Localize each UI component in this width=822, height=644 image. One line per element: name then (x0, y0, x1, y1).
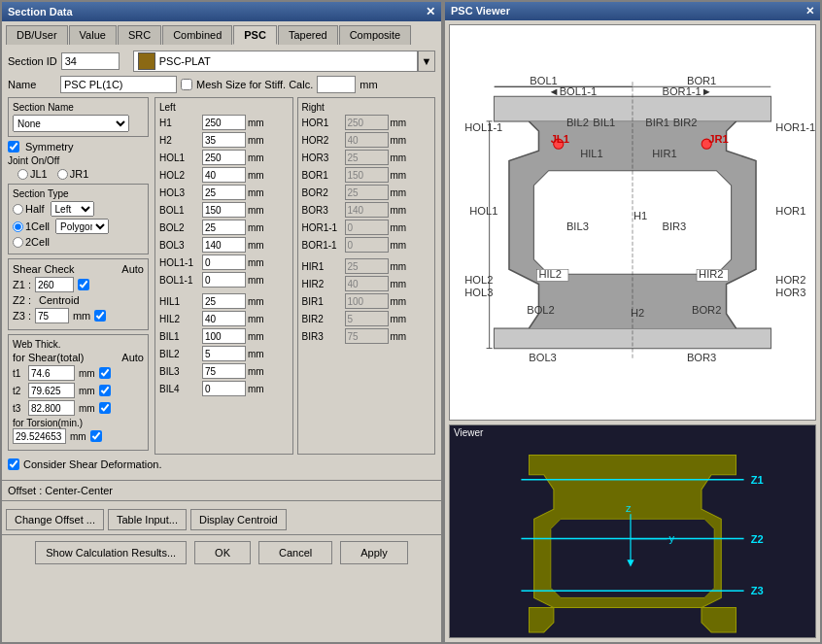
tab-composite[interactable]: Composite (339, 25, 412, 45)
svg-text:H1: H1 (634, 210, 647, 221)
symmetry-checkbox[interactable] (8, 141, 19, 153)
bil4-input[interactable] (202, 381, 246, 396)
half-label: Half (25, 203, 45, 215)
svg-text:BOL2: BOL2 (527, 304, 555, 316)
svg-text:BOL3: BOL3 (529, 352, 557, 363)
right-panel-titlebar: PSC Viewer ✕ (445, 2, 820, 20)
ok-button[interactable]: OK (194, 541, 251, 564)
z3-checkbox[interactable] (94, 310, 106, 322)
hil2-input[interactable] (202, 311, 246, 326)
hol1-1-input[interactable] (202, 254, 246, 270)
mesh-size-input[interactable] (317, 76, 356, 93)
psc-type-dropdown[interactable]: PSC-PLAT (133, 51, 418, 72)
t3-checkbox[interactable] (99, 402, 111, 414)
right-panel-title: PSC Viewer (451, 5, 510, 17)
t4-input[interactable] (13, 428, 66, 444)
t1-checkbox[interactable] (99, 367, 111, 379)
viewer-3d: Viewer Z1 Z2 Z3 (449, 424, 816, 638)
z3-input[interactable] (35, 308, 69, 323)
consider-shear-label: Consider Shear Deformation. (23, 458, 161, 470)
table-input-button[interactable]: Table Input... (108, 509, 187, 530)
section-name-select[interactable]: None (13, 115, 129, 132)
bor3-input (345, 202, 389, 218)
left-panel-close[interactable]: ✕ (426, 5, 435, 18)
svg-text:HOL1: HOL1 (469, 205, 497, 217)
t2-checkbox[interactable] (99, 385, 111, 396)
z1-input[interactable] (35, 277, 74, 292)
section-id-input[interactable] (61, 52, 120, 70)
svg-text:HIR2: HIR2 (699, 268, 723, 280)
svg-text:HIL1: HIL1 (580, 148, 603, 159)
jr1-radio[interactable] (57, 169, 68, 180)
psc-dropdown-arrow[interactable]: ▼ (418, 51, 435, 72)
t3-input[interactable] (28, 400, 75, 416)
twocell-radio[interactable] (13, 237, 23, 248)
hor2-input (345, 132, 389, 148)
tab-dbuser[interactable]: DB/User (6, 25, 68, 45)
left-panel-title: Section Data (8, 6, 73, 17)
display-centroid-button[interactable]: Display Centroid (190, 509, 287, 530)
symmetry-label: Symmetry (25, 141, 74, 153)
t4-unit: mm (70, 431, 86, 442)
name-input[interactable] (60, 76, 177, 93)
bil3-input[interactable] (202, 363, 246, 379)
hor3-input (345, 150, 389, 165)
web-thick-title: Web Thick. (13, 339, 144, 350)
tab-src[interactable]: SRC (118, 25, 161, 45)
psc-viewer-panel: PSC Viewer ✕ (443, 0, 822, 644)
t2-label: t2 (13, 386, 24, 396)
bil1-input[interactable] (202, 328, 246, 344)
svg-text:BIL3: BIL3 (566, 220, 589, 232)
svg-text:HOL1-1: HOL1-1 (464, 121, 502, 133)
half-radio[interactable] (13, 204, 23, 215)
twocell-label: 2Cell (25, 236, 50, 248)
h2-input[interactable] (202, 132, 246, 148)
z3-label: Z3 : (13, 310, 31, 322)
web-auto-label: Auto (121, 352, 144, 363)
jl1-radio[interactable] (17, 169, 28, 180)
hil1-input[interactable] (202, 293, 246, 309)
mesh-size-label: Mesh Size for Stiff. Calc. (196, 79, 313, 90)
hol1-input[interactable] (202, 150, 246, 165)
onecell-radio[interactable] (13, 221, 23, 232)
half-select[interactable]: Left (51, 201, 94, 217)
svg-text:BIR2: BIR2 (673, 117, 698, 128)
t1-label: t1 (13, 368, 24, 379)
right-panel-close[interactable]: ✕ (805, 5, 814, 17)
for-shear-label: for Shear(total) (13, 352, 84, 363)
apply-button[interactable]: Apply (340, 541, 408, 564)
bor2-input (345, 185, 389, 200)
tab-psc[interactable]: PSC (233, 25, 277, 45)
show-calc-button[interactable]: Show Calculation Results... (35, 541, 187, 564)
t4-checkbox[interactable] (90, 430, 102, 442)
tab-combined[interactable]: Combined (162, 25, 232, 45)
t1-input[interactable] (28, 365, 75, 381)
svg-text:HOR3: HOR3 (775, 287, 805, 298)
bol2-input[interactable] (202, 220, 246, 235)
mesh-size-checkbox[interactable] (181, 79, 192, 90)
psc-diagram-svg: BOL1 BOR1 ◄BOL1-1 BOR1-1► BIL2 BIL1 BIR1 (450, 25, 815, 420)
onecell-select[interactable]: Polygon (55, 219, 109, 234)
hol3-input[interactable] (202, 185, 246, 200)
svg-text:Z1: Z1 (751, 474, 764, 486)
z3-unit: mm (73, 310, 90, 322)
bol3-input[interactable] (202, 237, 246, 253)
bol1-1-input[interactable] (202, 272, 246, 288)
t2-unit: mm (79, 386, 95, 396)
svg-text:BIR1: BIR1 (645, 117, 669, 128)
t2-input[interactable] (28, 383, 75, 398)
hol2-input[interactable] (202, 167, 246, 183)
bil2-input[interactable] (202, 346, 246, 361)
z2-label: Z2 : (13, 294, 31, 306)
z1-checkbox[interactable] (78, 279, 89, 290)
h1-input[interactable] (202, 115, 246, 130)
consider-shear-checkbox[interactable] (8, 458, 19, 470)
cancel-button[interactable]: Cancel (258, 541, 332, 564)
tab-tapered[interactable]: Tapered (278, 25, 338, 45)
change-offset-button[interactable]: Change Offset ... (6, 509, 104, 530)
tab-value[interactable]: Value (69, 25, 117, 45)
bol1-input[interactable] (202, 202, 246, 218)
web-thick-box: Web Thick. for Shear(total) Auto t1 mm (8, 334, 149, 451)
svg-text:y: y (669, 532, 675, 544)
viewer-bottom-label: Viewer (454, 427, 483, 438)
